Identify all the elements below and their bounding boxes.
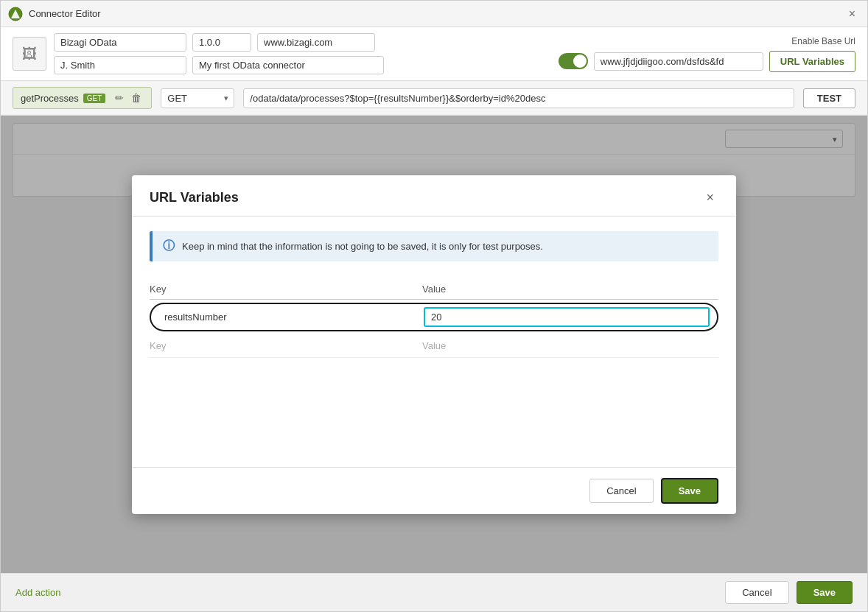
description-input[interactable] [192, 56, 384, 74]
bottom-bar: Add action Cancel Save [1, 573, 867, 611]
url-variables-modal: URL Variables × ⓘ Keep in mind that the … [132, 175, 736, 514]
modal-title: URL Variables [150, 190, 239, 205]
header-row-1 [54, 33, 384, 52]
bottom-buttons: Cancel Save [725, 581, 853, 604]
enable-base-url-section: Enable Base Url URL Variables [559, 36, 855, 72]
window-title: Connector Editor [29, 8, 101, 19]
main-cancel-button[interactable]: Cancel [725, 581, 788, 604]
modal-cancel-button[interactable]: Cancel [589, 479, 653, 503]
modal-header: URL Variables × [132, 175, 736, 217]
url-variables-button[interactable]: URL Variables [769, 51, 855, 72]
image-placeholder-icon: 🖼 [22, 46, 37, 63]
enable-base-url-label: Enable Base Url [791, 36, 855, 46]
variable-value-input-1[interactable] [424, 307, 710, 327]
header-area: 🖼 Enable Base Url URL Variables [1, 27, 867, 81]
variable-key-1: resultsNumber [158, 309, 424, 326]
info-icon: ⓘ [163, 239, 175, 254]
header-fields [54, 33, 384, 74]
website-input[interactable] [257, 33, 375, 52]
method-dropdown[interactable]: GET POST PUT DELETE PATCH ▾ [161, 88, 234, 108]
action-tab-getprocesses[interactable]: getProcesses GET ✏ 🗑 [13, 87, 152, 109]
window-close-button[interactable]: × [844, 6, 860, 22]
action-tab-icons: ✏ 🗑 [113, 91, 144, 105]
variable-empty-row: Key Value [150, 334, 718, 358]
modal-close-button[interactable]: × [701, 189, 718, 207]
delete-icon: 🗑 [131, 92, 141, 104]
vars-table-header: Key Value [150, 279, 718, 300]
variable-empty-key: Key [150, 340, 422, 351]
action-tab-name: getProcesses [21, 93, 79, 104]
title-bar-left: Connector Editor [8, 7, 101, 21]
main-content: ▾ URL Variables × ⓘ Keep in mind that th… [1, 116, 867, 573]
version-input[interactable] [192, 33, 251, 52]
test-button[interactable]: TEST [803, 88, 855, 108]
main-save-button[interactable]: Save [797, 581, 853, 604]
author-input[interactable] [54, 56, 186, 74]
connector-name-input[interactable] [54, 33, 186, 52]
info-banner: ⓘ Keep in mind that the information is n… [150, 231, 718, 261]
value-column-header: Value [422, 284, 718, 295]
action-tab-badge: GET [83, 94, 106, 103]
variable-empty-value: Value [422, 340, 718, 351]
connector-icon-box: 🖼 [13, 37, 46, 71]
edit-icon: ✏ [115, 92, 124, 104]
variable-row-1: resultsNumber [150, 303, 718, 331]
modal-footer: Cancel Save [132, 467, 736, 514]
modal-save-button[interactable]: Save [661, 478, 718, 504]
actions-area: getProcesses GET ✏ 🗑 GET POST PUT DELETE… [1, 81, 867, 116]
add-action-link[interactable]: Add action [15, 587, 60, 598]
delete-action-button[interactable]: 🗑 [129, 91, 144, 105]
title-bar: Connector Editor × [1, 1, 867, 27]
enable-base-url-toggle[interactable] [559, 53, 588, 69]
header-row-2 [54, 56, 384, 74]
key-column-header: Key [150, 284, 422, 295]
method-select[interactable]: GET POST PUT DELETE PATCH [161, 88, 234, 108]
app-icon [8, 7, 23, 21]
edit-action-button[interactable]: ✏ [113, 91, 126, 105]
toggle-row: URL Variables [559, 51, 855, 72]
info-text: Keep in mind that the information is not… [182, 241, 543, 252]
modal-body: ⓘ Keep in mind that the information is n… [132, 217, 736, 467]
modal-overlay: URL Variables × ⓘ Keep in mind that the … [1, 116, 867, 573]
base-url-input[interactable] [594, 52, 763, 71]
url-path-input[interactable] [243, 88, 794, 108]
main-window: Connector Editor × 🖼 Enable Base Url [0, 0, 868, 612]
